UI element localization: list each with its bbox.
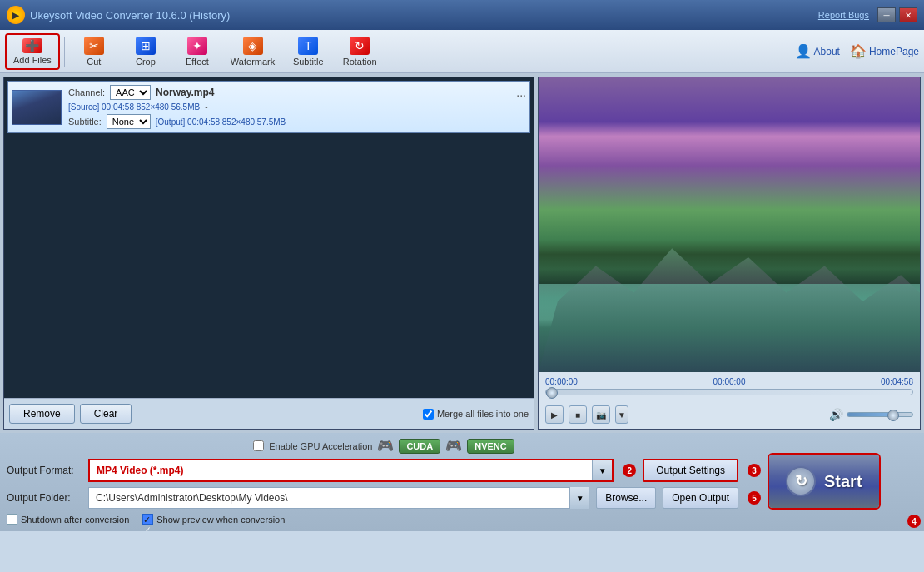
- rotation-button[interactable]: ↻ Rotation: [335, 33, 385, 70]
- shutdown-checkbox[interactable]: [7, 514, 17, 525]
- gpu-label: Enable GPU Acceleration: [269, 441, 372, 451]
- homepage-link[interactable]: 🏠 HomePage: [850, 43, 919, 59]
- channel-select[interactable]: AAC MP3: [110, 85, 151, 100]
- watermark-label: Watermark: [231, 57, 275, 67]
- subtitle-button[interactable]: T Subtitle: [283, 33, 333, 70]
- folder-row: Output Folder: C:\Users\Administrator\De…: [7, 487, 761, 509]
- preview-video: [539, 77, 920, 372]
- time-start: 00:00:00: [545, 377, 578, 386]
- gpu-checkbox[interactable]: [253, 440, 264, 451]
- file-action-buttons: Remove Clear Merge all files into one: [4, 398, 534, 429]
- preview-timeline: 00:00:00 00:00:00 00:04:58: [539, 372, 920, 402]
- play-button[interactable]: ▶: [545, 405, 564, 424]
- file-header-row: Channel: AAC MP3 Norway.mp4 ...: [68, 85, 526, 100]
- volume-bar[interactable]: [847, 412, 913, 417]
- screenshot-button[interactable]: 📷: [592, 405, 610, 424]
- effect-icon: ✦: [187, 37, 207, 55]
- browse-button[interactable]: Browse...: [596, 487, 656, 509]
- add-files-button[interactable]: ➕ Add Files: [5, 33, 60, 70]
- output-info: [Output] 00:04:58 852×480 57.5MB: [156, 117, 286, 127]
- source-dash: -: [205, 102, 207, 112]
- source-info: [Source] 00:04:58 852×480 56.5MB: [68, 102, 200, 112]
- preview-image: [539, 77, 920, 372]
- settings-left: Enable GPU Acceleration 🎮 CUDA 🎮 NVENC O…: [7, 438, 761, 525]
- close-button[interactable]: ✕: [899, 7, 917, 22]
- add-files-icon: ➕: [22, 38, 42, 53]
- volume-knob[interactable]: [887, 410, 899, 421]
- cut-button[interactable]: ✂ Cut: [69, 33, 119, 70]
- format-dropdown-arrow[interactable]: ▼: [592, 460, 612, 480]
- source-info-row: [Source] 00:04:58 852×480 56.5MB -: [68, 102, 526, 112]
- show-preview-label: Show preview when conversion: [156, 515, 285, 525]
- timeline-times: 00:00:00 00:00:00 00:04:58: [545, 377, 913, 386]
- subtitle-label-meta: Subtitle:: [68, 117, 102, 127]
- report-bugs-link[interactable]: Report Bugs: [818, 10, 869, 20]
- file-metadata: Channel: AAC MP3 Norway.mp4 ... [Source]…: [68, 85, 526, 129]
- time-middle: 00:00:00: [713, 377, 746, 386]
- format-badge: 2: [623, 464, 636, 477]
- file-name: Norway.mp4: [156, 87, 511, 98]
- about-icon: 👤: [795, 43, 812, 59]
- cuda-badge[interactable]: CUDA: [399, 439, 440, 454]
- file-list-panel: Channel: AAC MP3 Norway.mp4 ... [Source]…: [3, 77, 534, 430]
- timeline-bar[interactable]: [545, 389, 913, 395]
- main-content: Channel: AAC MP3 Norway.mp4 ... [Source]…: [0, 73, 924, 433]
- watermark-icon: ◈: [243, 37, 263, 55]
- folder-input[interactable]: C:\Users\Administrator\Desktop\My Videos…: [88, 487, 589, 509]
- start-label: Start: [824, 472, 862, 491]
- subtitle-select[interactable]: None: [107, 114, 151, 129]
- output-settings-button[interactable]: Output Settings: [643, 459, 738, 482]
- preview-controls: ▶ ■ 📷 ▼ 🔊: [539, 402, 920, 429]
- about-label: About: [814, 46, 840, 57]
- timeline-thumb[interactable]: [546, 387, 558, 399]
- stop-button[interactable]: ■: [569, 405, 587, 424]
- crop-label: Crop: [136, 57, 156, 67]
- folder-dropdown-arrow[interactable]: ▼: [569, 487, 589, 509]
- about-link[interactable]: 👤 About: [795, 43, 840, 59]
- thumbnail-image: [12, 91, 61, 124]
- folder-badge: 5: [748, 491, 761, 505]
- toolbar-separator: [64, 37, 65, 67]
- rotation-icon: ↻: [350, 37, 370, 55]
- preview-panel: 00:00:00 00:00:00 00:04:58 ▶ ■ 📷 ▼ 🔊: [538, 77, 921, 430]
- settings-badge: 3: [748, 464, 761, 477]
- cuda-logo-icon: 🎮: [377, 438, 394, 454]
- screenshot-dropdown[interactable]: ▼: [615, 405, 628, 424]
- crop-button[interactable]: ⊞ Crop: [121, 33, 171, 70]
- clear-button[interactable]: Clear: [80, 404, 132, 424]
- start-icon: ↻: [786, 466, 816, 496]
- crop-icon: ⊞: [136, 37, 156, 55]
- output-folder-label: Output Folder:: [7, 492, 82, 504]
- effect-button[interactable]: ✦ Effect: [172, 33, 222, 70]
- minimize-button[interactable]: ─: [877, 7, 896, 22]
- show-preview-checkbox[interactable]: ✓: [142, 514, 153, 525]
- homepage-icon: 🏠: [850, 43, 867, 59]
- settings-main: Enable GPU Acceleration 🎮 CUDA 🎮 NVENC O…: [7, 438, 917, 525]
- remove-button[interactable]: Remove: [9, 404, 75, 424]
- subtitle-icon: T: [298, 37, 318, 55]
- file-more-button[interactable]: ...: [516, 86, 526, 99]
- start-badge: 4: [907, 515, 921, 528]
- shutdown-label: Shutdown after conversion: [21, 515, 129, 525]
- volume-icon: 🔊: [829, 408, 843, 421]
- start-button[interactable]: ↻ Start: [769, 455, 879, 508]
- format-select-wrapper[interactable]: MP4 Video (*.mp4) ▼: [88, 459, 614, 482]
- start-button-area: ↻ Start 4: [768, 438, 917, 525]
- file-thumbnail: [12, 90, 62, 125]
- show-preview-option[interactable]: ✓ Show preview when conversion: [142, 514, 285, 525]
- file-item[interactable]: Channel: AAC MP3 Norway.mp4 ... [Source]…: [7, 81, 530, 133]
- start-button-wrapper[interactable]: ↻ Start: [768, 453, 881, 510]
- volume-control: 🔊: [829, 408, 913, 421]
- watermark-button[interactable]: ◈ Watermark: [224, 33, 281, 70]
- volume-fill: [847, 413, 893, 416]
- merge-checkbox-wrapper[interactable]: Merge all files into one: [423, 409, 529, 420]
- window-controls: ─ ✕: [877, 7, 917, 22]
- rotation-label: Rotation: [343, 57, 377, 67]
- nvenc-badge[interactable]: NVENC: [467, 439, 514, 454]
- toolbar-right: 👤 About 🏠 HomePage: [795, 43, 919, 59]
- shutdown-option[interactable]: Shutdown after conversion: [7, 514, 129, 525]
- format-select[interactable]: MP4 Video (*.mp4): [90, 460, 612, 480]
- bottom-section: Enable GPU Acceleration 🎮 CUDA 🎮 NVENC O…: [0, 433, 924, 531]
- open-output-button[interactable]: Open Output: [663, 487, 738, 509]
- merge-checkbox[interactable]: [423, 409, 434, 420]
